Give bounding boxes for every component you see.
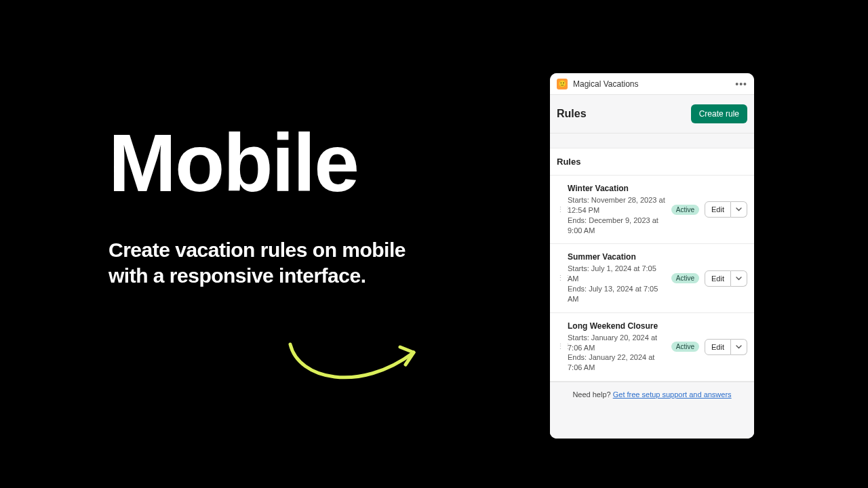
rule-title: Long Weekend Closure	[568, 321, 666, 331]
chevron-down-icon	[736, 207, 742, 211]
edit-button-group: Edit	[705, 339, 747, 355]
edit-dropdown-button[interactable]	[731, 339, 747, 355]
drag-handle-icon[interactable]: ⋮⋮	[557, 274, 562, 283]
page-titlebar: Rules Create rule	[550, 95, 754, 134]
rule-ends: Ends: December 9, 2023 at 9:00 AM	[568, 216, 666, 236]
more-icon[interactable]: •••	[735, 79, 747, 89]
rule-info: Winter Vacation Starts: November 28, 202…	[568, 184, 666, 235]
spacer	[550, 134, 754, 148]
edit-button[interactable]: Edit	[705, 339, 731, 355]
app-header-left: 🙂 Magical Vacations	[557, 79, 639, 89]
edit-button[interactable]: Edit	[705, 270, 731, 287]
hero-title: Mobile	[108, 122, 448, 203]
rule-row: ⋮⋮ Winter Vacation Starts: November 28, …	[550, 176, 754, 244]
app-icon: 🙂	[557, 79, 568, 89]
status-badge: Active	[671, 342, 699, 352]
rule-row: ⋮⋮ Long Weekend Closure Starts: January …	[550, 313, 754, 382]
mobile-mockup: 🙂 Magical Vacations ••• Rules Create rul…	[550, 73, 754, 439]
bottom-fill	[550, 407, 754, 439]
rule-starts: Starts: November 28, 2023 at 12:54 PM	[568, 195, 666, 216]
edit-button-group: Edit	[705, 270, 747, 287]
rules-card: Rules ⋮⋮ Winter Vacation Starts: Novembe…	[550, 148, 754, 439]
help-footer: Need help? Get free setup support and an…	[550, 382, 754, 407]
edit-button-group: Edit	[705, 201, 747, 218]
rule-info: Summer Vacation Starts: July 1, 2024 at …	[568, 252, 666, 304]
status-badge: Active	[671, 205, 699, 215]
edit-dropdown-button[interactable]	[731, 270, 747, 287]
rule-ends: Ends: January 22, 2024 at 7:06 AM	[568, 352, 666, 373]
edit-dropdown-button[interactable]	[731, 201, 747, 218]
create-rule-button[interactable]: Create rule	[691, 104, 747, 123]
rule-ends: Ends: July 13, 2024 at 7:05 AM	[568, 284, 666, 304]
hero-subtitle: Create vacation rules on mobile with a r…	[108, 237, 448, 288]
app-name: Magical Vacations	[573, 79, 639, 89]
rule-info: Long Weekend Closure Starts: January 20,…	[568, 321, 666, 373]
rule-title: Winter Vacation	[568, 184, 666, 193]
rule-title: Summer Vacation	[568, 252, 666, 262]
hero-section: Mobile Create vacation rules on mobile w…	[108, 122, 448, 288]
help-link[interactable]: Get free setup support and answers	[613, 390, 732, 399]
edit-button[interactable]: Edit	[705, 201, 731, 218]
app-header: 🙂 Magical Vacations •••	[550, 73, 754, 95]
status-badge: Active	[671, 273, 699, 283]
chevron-down-icon	[736, 345, 742, 349]
chevron-down-icon	[736, 277, 742, 281]
card-header: Rules	[550, 148, 754, 176]
page-title: Rules	[557, 108, 587, 120]
drag-handle-icon[interactable]: ⋮⋮	[557, 205, 562, 214]
help-prefix: Need help?	[572, 390, 612, 399]
rule-starts: Starts: January 20, 2024 at 7:06 AM	[568, 333, 666, 353]
drag-handle-icon[interactable]: ⋮⋮	[557, 342, 562, 351]
rule-row: ⋮⋮ Summer Vacation Starts: July 1, 2024 …	[550, 244, 754, 312]
rule-starts: Starts: July 1, 2024 at 7:05 AM	[568, 264, 666, 284]
arrow-icon	[285, 339, 420, 390]
